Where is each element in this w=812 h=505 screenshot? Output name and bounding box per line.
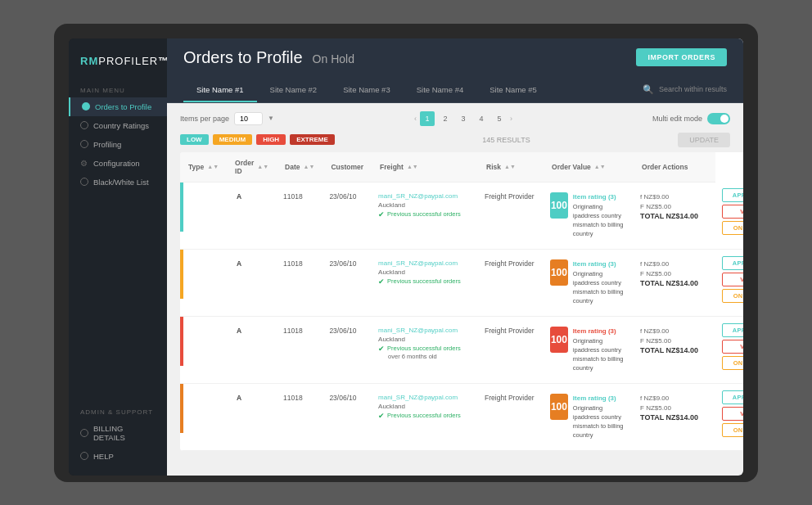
filter-extreme-badge[interactable]: EXTREME: [290, 134, 335, 145]
value-2: F NZ$5.00: [640, 202, 709, 212]
cell-actions: APPROVE VOID ON HOLD: [715, 383, 743, 450]
active-indicator-icon: [82, 102, 90, 110]
filter-high-badge[interactable]: HIGH: [256, 134, 286, 145]
sidebar-item-label: Black/White List: [93, 178, 149, 187]
logo-profiler: PROFILER: [98, 55, 158, 67]
col-orderid-label: Order ID: [235, 159, 254, 175]
tab-site4[interactable]: Site Name #4: [404, 77, 477, 102]
items-per-page: Items per page 10 25 50 ▼: [180, 112, 274, 125]
tabs: Site Name #1 Site Name #2 Site Name #3 S…: [183, 77, 550, 102]
sidebar-item-orders-to-profile[interactable]: Orders to Profile: [69, 97, 167, 116]
page-5-btn[interactable]: 5: [492, 111, 507, 126]
tab-site2[interactable]: Site Name #2: [257, 77, 331, 102]
risk-text-2: mismatch to billing country: [573, 220, 627, 239]
tab-site3[interactable]: Site Name #3: [330, 77, 404, 102]
sidebar-item-black-white-list[interactable]: Black/White List: [69, 173, 167, 192]
risk-label: Item rating (3): [573, 394, 627, 404]
col-type-sort[interactable]: Type ▲▼: [188, 163, 219, 171]
void-button[interactable]: VOID: [722, 273, 743, 286]
page-4-btn[interactable]: 4: [474, 111, 489, 126]
page-1-btn[interactable]: 1: [420, 111, 435, 126]
col-freight-sort[interactable]: Freight ▲▼: [380, 163, 470, 171]
cell-freight: Freight Provider: [478, 383, 544, 450]
order-value-info: f NZ$9.00 F NZ$5.00 TOTAL NZ$14.00: [634, 317, 715, 364]
customer-email[interactable]: mani_SR_NZ@paypal.com: [378, 327, 471, 334]
approve-button[interactable]: APPROVE: [722, 188, 743, 202]
customer-info: mani_SR_NZ@paypal.com Auckland ✔Previous…: [372, 384, 478, 430]
col-risk-label: Risk: [486, 163, 501, 171]
sidebar-item-profiling[interactable]: Profiling: [69, 135, 167, 154]
freight-value: Freight Provider: [478, 317, 544, 345]
value-2: F NZ$5.00: [640, 336, 709, 346]
tab-site5[interactable]: Site Name #5: [476, 77, 550, 102]
items-per-page-select[interactable]: 10 25 50: [234, 112, 263, 125]
col-customer-sort[interactable]: Customer: [331, 163, 363, 171]
col-date-sort[interactable]: Date ▲▼: [285, 163, 314, 171]
sidebar-item-label: Country Ratings: [93, 121, 149, 130]
risk-text-2: mismatch to billing country: [573, 287, 627, 306]
customer-email[interactable]: mani_SR_NZ@paypal.com: [378, 192, 471, 200]
sort-icon: ▲▼: [257, 164, 268, 169]
onhold-button[interactable]: ON HOLD: [722, 356, 743, 370]
cell-actions: APPROVE VOID ON HOLD: [715, 316, 743, 383]
page-title-area: Orders to Profile On Hold: [183, 48, 354, 67]
col-orderid-sort[interactable]: Order ID ▲▼: [235, 159, 268, 175]
sidebar-section-admin: Admin & Support: [69, 402, 167, 419]
action-buttons: APPROVE VOID ON HOLD: [715, 384, 743, 444]
cell-order-id: 11018: [277, 249, 323, 316]
nav-icon: [80, 178, 88, 186]
sidebar-item-help[interactable]: HELP: [69, 447, 167, 466]
cell-customer: mani_SR_NZ@paypal.com Auckland ✔Previous…: [372, 316, 478, 383]
sidebar-item-billing-details[interactable]: BILLING DETAILS: [69, 419, 167, 447]
next-page-btn[interactable]: ›: [510, 115, 512, 123]
filter-medium-badge[interactable]: MEDIUM: [213, 134, 252, 145]
customer-city: Auckland: [378, 268, 471, 276]
sidebar-item-configuration[interactable]: ⚙ Configuration: [69, 154, 167, 173]
page-3-btn[interactable]: 3: [456, 111, 471, 126]
page-title: Orders to Profile: [183, 48, 303, 67]
logo-rm: RM: [80, 55, 98, 67]
filter-low-badge[interactable]: LOW: [180, 134, 209, 145]
customer-city: Auckland: [378, 336, 471, 343]
gear-icon: ⚙: [80, 159, 88, 167]
onhold-button[interactable]: ON HOLD: [722, 289, 743, 303]
approve-button[interactable]: APPROVE: [722, 390, 743, 404]
risk-label: Item rating (3): [573, 327, 627, 336]
cell-actions: APPROVE VOID ON HOLD: [715, 182, 743, 249]
order-value-info: f NZ$9.00 F NZ$5.00 TOTAL NZ$14.00: [634, 384, 715, 431]
prev-page-btn[interactable]: ‹: [414, 115, 417, 123]
action-buttons: APPROVE VOID ON HOLD: [715, 250, 743, 309]
col-risk-sort[interactable]: Risk ▲▼: [486, 163, 535, 171]
pagination: ‹ 1 2 3 4 5 ›: [414, 111, 512, 126]
void-button[interactable]: VOID: [722, 407, 743, 421]
col-date: Date ▲▼: [277, 152, 323, 183]
customer-email[interactable]: mani_SR_NZ@paypal.com: [378, 259, 471, 267]
sidebar-section-main: Main Menu: [69, 80, 167, 97]
tab-site1[interactable]: Site Name #1: [183, 77, 257, 102]
page-2-btn[interactable]: 2: [438, 111, 453, 126]
multi-edit-toggle[interactable]: [707, 113, 730, 124]
content-area: Items per page 10 25 50 ▼ ‹ 1 2 3 4: [167, 103, 743, 476]
col-ordervalue-sort[interactable]: Order Value ▲▼: [552, 163, 625, 171]
customer-info: mani_SR_NZ@paypal.com Auckland ✔Previous…: [372, 250, 478, 295]
sidebar-item-country-ratings[interactable]: Country Ratings: [69, 116, 167, 135]
sort-icon: ▲▼: [207, 164, 219, 169]
onhold-button[interactable]: ON HOLD: [722, 423, 743, 437]
risk-score-badge: 100: [550, 192, 568, 219]
onhold-button[interactable]: ON HOLD: [722, 221, 743, 235]
void-button[interactable]: VOID: [722, 205, 743, 219]
customer-email[interactable]: mani_SR_NZ@paypal.com: [378, 394, 471, 401]
update-button[interactable]: UPDATE: [678, 133, 730, 147]
approve-button[interactable]: APPROVE: [722, 323, 743, 337]
approve-button[interactable]: APPROVE: [722, 256, 743, 270]
risk-info: 100 Item rating (3) Originating ipaddres…: [544, 183, 634, 249]
import-orders-button[interactable]: IMPORT ORDERS: [636, 48, 727, 66]
void-button[interactable]: VOID: [722, 340, 743, 354]
toolbar-row: Items per page 10 25 50 ▼ ‹ 1 2 3 4: [180, 111, 730, 126]
top-bar: Orders to Profile On Hold IMPORT ORDERS: [167, 38, 743, 77]
order-total: TOTAL NZ$14.00: [640, 212, 709, 220]
risk-score-badge: 100: [550, 394, 568, 420]
action-buttons: APPROVE VOID ON HOLD: [715, 317, 743, 376]
value-1: f NZ$9.00: [640, 394, 709, 404]
tabs-bar: Site Name #1 Site Name #2 Site Name #3 S…: [167, 77, 743, 103]
